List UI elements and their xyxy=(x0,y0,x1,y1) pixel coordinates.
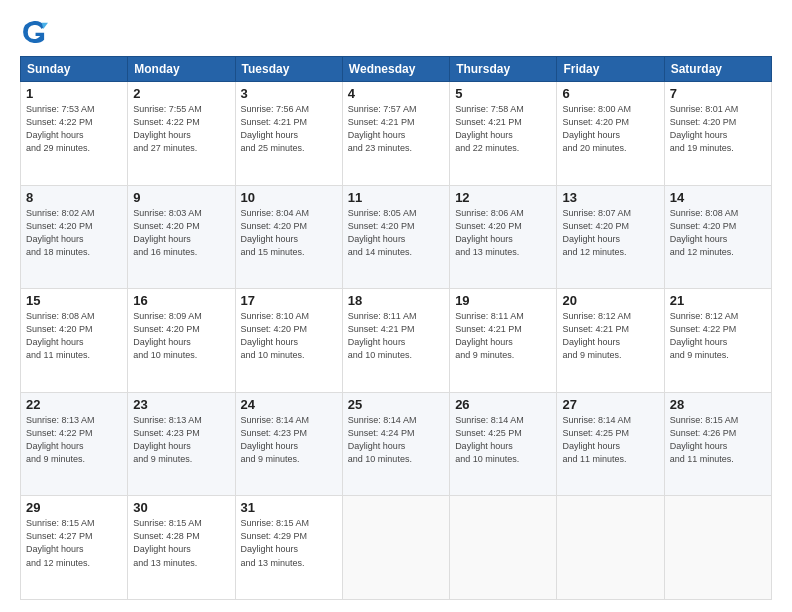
day-info: Sunrise: 8:02 AMSunset: 4:20 PMDaylight … xyxy=(26,207,122,259)
day-number: 16 xyxy=(133,293,229,308)
day-number: 17 xyxy=(241,293,337,308)
calendar-cell: 15Sunrise: 8:08 AMSunset: 4:20 PMDayligh… xyxy=(21,289,128,393)
day-info: Sunrise: 8:15 AMSunset: 4:27 PMDaylight … xyxy=(26,517,122,569)
day-info: Sunrise: 8:15 AMSunset: 4:28 PMDaylight … xyxy=(133,517,229,569)
logo xyxy=(20,18,52,46)
calendar-cell: 18Sunrise: 8:11 AMSunset: 4:21 PMDayligh… xyxy=(342,289,449,393)
day-number: 14 xyxy=(670,190,766,205)
day-info: Sunrise: 8:14 AMSunset: 4:24 PMDaylight … xyxy=(348,414,444,466)
calendar-cell: 23Sunrise: 8:13 AMSunset: 4:23 PMDayligh… xyxy=(128,392,235,496)
calendar-cell: 7Sunrise: 8:01 AMSunset: 4:20 PMDaylight… xyxy=(664,82,771,186)
day-number: 13 xyxy=(562,190,658,205)
day-info: Sunrise: 8:00 AMSunset: 4:20 PMDaylight … xyxy=(562,103,658,155)
day-info: Sunrise: 7:56 AMSunset: 4:21 PMDaylight … xyxy=(241,103,337,155)
calendar-cell xyxy=(450,496,557,600)
calendar-cell: 24Sunrise: 8:14 AMSunset: 4:23 PMDayligh… xyxy=(235,392,342,496)
day-number: 20 xyxy=(562,293,658,308)
calendar-table: Sunday Monday Tuesday Wednesday Thursday… xyxy=(20,56,772,600)
col-tuesday: Tuesday xyxy=(235,57,342,82)
day-info: Sunrise: 8:09 AMSunset: 4:20 PMDaylight … xyxy=(133,310,229,362)
calendar-cell: 26Sunrise: 8:14 AMSunset: 4:25 PMDayligh… xyxy=(450,392,557,496)
day-number: 28 xyxy=(670,397,766,412)
day-info: Sunrise: 8:14 AMSunset: 4:23 PMDaylight … xyxy=(241,414,337,466)
day-info: Sunrise: 8:03 AMSunset: 4:20 PMDaylight … xyxy=(133,207,229,259)
day-info: Sunrise: 7:53 AMSunset: 4:22 PMDaylight … xyxy=(26,103,122,155)
day-number: 12 xyxy=(455,190,551,205)
day-number: 5 xyxy=(455,86,551,101)
day-info: Sunrise: 8:13 AMSunset: 4:23 PMDaylight … xyxy=(133,414,229,466)
calendar-week-5: 29Sunrise: 8:15 AMSunset: 4:27 PMDayligh… xyxy=(21,496,772,600)
day-number: 11 xyxy=(348,190,444,205)
day-number: 3 xyxy=(241,86,337,101)
calendar-cell xyxy=(342,496,449,600)
calendar-cell: 29Sunrise: 8:15 AMSunset: 4:27 PMDayligh… xyxy=(21,496,128,600)
calendar-cell: 13Sunrise: 8:07 AMSunset: 4:20 PMDayligh… xyxy=(557,185,664,289)
calendar-cell: 31Sunrise: 8:15 AMSunset: 4:29 PMDayligh… xyxy=(235,496,342,600)
day-info: Sunrise: 8:05 AMSunset: 4:20 PMDaylight … xyxy=(348,207,444,259)
day-number: 15 xyxy=(26,293,122,308)
day-number: 4 xyxy=(348,86,444,101)
col-wednesday: Wednesday xyxy=(342,57,449,82)
day-info: Sunrise: 8:04 AMSunset: 4:20 PMDaylight … xyxy=(241,207,337,259)
calendar-cell: 3Sunrise: 7:56 AMSunset: 4:21 PMDaylight… xyxy=(235,82,342,186)
day-info: Sunrise: 8:10 AMSunset: 4:20 PMDaylight … xyxy=(241,310,337,362)
calendar-cell: 9Sunrise: 8:03 AMSunset: 4:20 PMDaylight… xyxy=(128,185,235,289)
day-number: 31 xyxy=(241,500,337,515)
day-number: 7 xyxy=(670,86,766,101)
calendar-cell: 17Sunrise: 8:10 AMSunset: 4:20 PMDayligh… xyxy=(235,289,342,393)
calendar-cell: 6Sunrise: 8:00 AMSunset: 4:20 PMDaylight… xyxy=(557,82,664,186)
calendar-cell: 19Sunrise: 8:11 AMSunset: 4:21 PMDayligh… xyxy=(450,289,557,393)
calendar-cell: 25Sunrise: 8:14 AMSunset: 4:24 PMDayligh… xyxy=(342,392,449,496)
col-saturday: Saturday xyxy=(664,57,771,82)
calendar-cell: 27Sunrise: 8:14 AMSunset: 4:25 PMDayligh… xyxy=(557,392,664,496)
calendar-week-2: 8Sunrise: 8:02 AMSunset: 4:20 PMDaylight… xyxy=(21,185,772,289)
calendar-cell: 28Sunrise: 8:15 AMSunset: 4:26 PMDayligh… xyxy=(664,392,771,496)
day-info: Sunrise: 8:14 AMSunset: 4:25 PMDaylight … xyxy=(455,414,551,466)
calendar-cell: 16Sunrise: 8:09 AMSunset: 4:20 PMDayligh… xyxy=(128,289,235,393)
day-info: Sunrise: 8:15 AMSunset: 4:29 PMDaylight … xyxy=(241,517,337,569)
day-number: 10 xyxy=(241,190,337,205)
calendar-week-1: 1Sunrise: 7:53 AMSunset: 4:22 PMDaylight… xyxy=(21,82,772,186)
day-info: Sunrise: 8:15 AMSunset: 4:26 PMDaylight … xyxy=(670,414,766,466)
calendar-cell: 22Sunrise: 8:13 AMSunset: 4:22 PMDayligh… xyxy=(21,392,128,496)
day-info: Sunrise: 8:01 AMSunset: 4:20 PMDaylight … xyxy=(670,103,766,155)
day-info: Sunrise: 7:55 AMSunset: 4:22 PMDaylight … xyxy=(133,103,229,155)
calendar-cell: 4Sunrise: 7:57 AMSunset: 4:21 PMDaylight… xyxy=(342,82,449,186)
calendar-cell: 10Sunrise: 8:04 AMSunset: 4:20 PMDayligh… xyxy=(235,185,342,289)
calendar-cell: 21Sunrise: 8:12 AMSunset: 4:22 PMDayligh… xyxy=(664,289,771,393)
day-info: Sunrise: 8:08 AMSunset: 4:20 PMDaylight … xyxy=(26,310,122,362)
col-friday: Friday xyxy=(557,57,664,82)
day-info: Sunrise: 8:07 AMSunset: 4:20 PMDaylight … xyxy=(562,207,658,259)
day-number: 23 xyxy=(133,397,229,412)
day-info: Sunrise: 8:13 AMSunset: 4:22 PMDaylight … xyxy=(26,414,122,466)
col-monday: Monday xyxy=(128,57,235,82)
calendar-week-4: 22Sunrise: 8:13 AMSunset: 4:22 PMDayligh… xyxy=(21,392,772,496)
day-info: Sunrise: 8:11 AMSunset: 4:21 PMDaylight … xyxy=(455,310,551,362)
day-number: 30 xyxy=(133,500,229,515)
day-number: 18 xyxy=(348,293,444,308)
day-number: 21 xyxy=(670,293,766,308)
day-number: 22 xyxy=(26,397,122,412)
calendar-cell: 20Sunrise: 8:12 AMSunset: 4:21 PMDayligh… xyxy=(557,289,664,393)
day-number: 9 xyxy=(133,190,229,205)
day-number: 26 xyxy=(455,397,551,412)
calendar-week-3: 15Sunrise: 8:08 AMSunset: 4:20 PMDayligh… xyxy=(21,289,772,393)
day-info: Sunrise: 8:14 AMSunset: 4:25 PMDaylight … xyxy=(562,414,658,466)
day-number: 27 xyxy=(562,397,658,412)
calendar-cell: 14Sunrise: 8:08 AMSunset: 4:20 PMDayligh… xyxy=(664,185,771,289)
calendar-cell xyxy=(664,496,771,600)
header-row: Sunday Monday Tuesday Wednesday Thursday… xyxy=(21,57,772,82)
day-info: Sunrise: 8:12 AMSunset: 4:22 PMDaylight … xyxy=(670,310,766,362)
day-info: Sunrise: 8:11 AMSunset: 4:21 PMDaylight … xyxy=(348,310,444,362)
day-number: 24 xyxy=(241,397,337,412)
calendar-cell: 2Sunrise: 7:55 AMSunset: 4:22 PMDaylight… xyxy=(128,82,235,186)
day-number: 6 xyxy=(562,86,658,101)
calendar-cell: 30Sunrise: 8:15 AMSunset: 4:28 PMDayligh… xyxy=(128,496,235,600)
calendar-cell: 11Sunrise: 8:05 AMSunset: 4:20 PMDayligh… xyxy=(342,185,449,289)
col-thursday: Thursday xyxy=(450,57,557,82)
day-number: 2 xyxy=(133,86,229,101)
day-info: Sunrise: 8:06 AMSunset: 4:20 PMDaylight … xyxy=(455,207,551,259)
day-info: Sunrise: 8:12 AMSunset: 4:21 PMDaylight … xyxy=(562,310,658,362)
calendar-cell: 5Sunrise: 7:58 AMSunset: 4:21 PMDaylight… xyxy=(450,82,557,186)
day-info: Sunrise: 7:57 AMSunset: 4:21 PMDaylight … xyxy=(348,103,444,155)
